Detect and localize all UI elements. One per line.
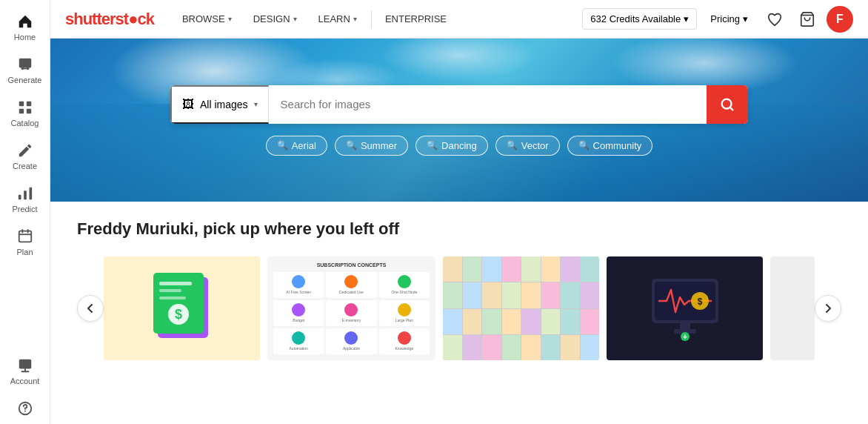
search-bar: 🖼 All images ▾ [170, 85, 748, 124]
sidebar-item-generate-label: Generate [8, 76, 42, 85]
sidebar-item-plan[interactable]: Plan [0, 221, 50, 264]
nav-enterprise[interactable]: ENTERPRISE [375, 0, 458, 39]
tag-dancing-label: Dancing [441, 140, 477, 151]
credits-chevron-icon: ▾ [684, 13, 689, 24]
svg-rect-5 [19, 109, 23, 113]
svg-rect-7 [18, 195, 21, 199]
nav-separator [371, 10, 372, 28]
avatar-initial: F [836, 13, 844, 26]
image-grid: $ SUBSCRIPTION CONCEPTS AI Free Screen D… [104, 254, 815, 363]
tag-summer[interactable]: 🔍 Summer [335, 136, 408, 156]
svg-rect-4 [26, 102, 30, 106]
svg-rect-10 [19, 231, 31, 242]
search-icon [719, 96, 735, 113]
health-illustration: $ + [644, 271, 726, 345]
sub-cell-7: Automation [273, 328, 324, 354]
sidebar-item-home-label: Home [14, 33, 36, 42]
search-type-button[interactable]: 🖼 All images ▾ [170, 85, 269, 124]
sub-cell-4: Budget [273, 300, 324, 326]
create-icon [17, 142, 33, 159]
tag-search-icon-dancing: 🔍 [427, 140, 438, 150]
svg-rect-8 [24, 191, 27, 199]
sidebar-item-generate[interactable]: Generate [0, 49, 50, 92]
sidebar-item-catalog[interactable]: Catalog [0, 92, 50, 135]
tag-search-icon-community: 🔍 [578, 140, 590, 150]
tag-vector-label: Vector [521, 140, 549, 151]
sub-cell-8: Applicable [326, 328, 376, 354]
search-input[interactable] [269, 85, 707, 124]
search-submit-button[interactable] [707, 85, 748, 124]
pricing-chevron-icon: ▾ [743, 13, 748, 24]
sub-cell-2: Dedicated Use [326, 272, 376, 298]
image-card-5[interactable] [770, 256, 815, 360]
tag-aerial[interactable]: 🔍 Aerial [266, 136, 327, 156]
sub-cell-5: E-inventory [326, 300, 376, 326]
plan-icon [17, 228, 33, 245]
content-area: Freddy Muriuki, pick up where you left o… [50, 202, 868, 424]
tag-community[interactable]: 🔍 Community [567, 136, 653, 156]
sidebar-item-catalog-label: Catalog [11, 119, 39, 127]
home-icon [17, 13, 33, 30]
avatar-button[interactable]: F [827, 6, 853, 33]
predict-icon [17, 185, 33, 202]
credits-button[interactable]: 632 Credits Available ▾ [582, 8, 697, 30]
sidebar-item-predict-label: Predict [12, 205, 37, 213]
image-card-3[interactable] [443, 256, 599, 360]
svg-text:$: $ [174, 307, 181, 322]
heart-icon [767, 11, 783, 27]
nav-design[interactable]: DESIGN ▾ [243, 0, 308, 39]
catalog-icon [17, 99, 33, 116]
sidebar-item-predict[interactable]: Predict [0, 178, 50, 221]
svg-text:$: $ [697, 297, 702, 307]
icons-grid [443, 256, 599, 360]
logo[interactable]: shutterst●ck [65, 10, 154, 29]
sidebar-item-create-label: Create [13, 162, 37, 170]
pricing-button[interactable]: Pricing ▾ [703, 9, 755, 29]
pricing-label: Pricing [710, 13, 740, 24]
image-card-4[interactable]: $ + [607, 256, 763, 360]
carousel-next-button[interactable] [815, 295, 841, 322]
topnav: shutterst●ck BROWSE ▾ DESIGN ▾ LEARN ▾ E… [50, 0, 868, 39]
image-card-1[interactable]: $ [104, 256, 260, 360]
subscription-card-title: SUBSCRIPTION CONCEPTS [273, 262, 430, 268]
tag-search-icon-summer: 🔍 [346, 140, 357, 150]
hero-content: 🖼 All images ▾ 🔍 Aerial 🔍 Summer [50, 39, 868, 202]
sidebar-item-help[interactable] [0, 393, 50, 424]
browse-chevron-icon: ▾ [228, 15, 232, 23]
account-icon [17, 357, 33, 374]
credits-label: 632 Credits Available [590, 13, 681, 24]
svg-rect-19 [159, 297, 186, 299]
search-tags: 🔍 Aerial 🔍 Summer 🔍 Dancing 🔍 Vector 🔍 [266, 136, 653, 156]
tag-search-icon-aerial: 🔍 [277, 140, 288, 150]
learn-chevron-icon: ▾ [353, 15, 357, 23]
sidebar: Home Generate Catalog Create Predict Pla… [0, 0, 50, 424]
nav-links: BROWSE ▾ DESIGN ▾ LEARN ▾ ENTERPRISE [172, 0, 582, 39]
sub-cell-9: Knowledge [379, 328, 430, 354]
cart-button[interactable] [794, 6, 821, 33]
section-title: Freddy Muriuki, pick up where you left o… [77, 219, 841, 239]
carousel-prev-button[interactable] [77, 295, 104, 322]
svg-rect-9 [29, 188, 32, 200]
tag-dancing[interactable]: 🔍 Dancing [415, 136, 488, 156]
subscription-grid: AI Free Screen Dedicated Use One-Shot No… [273, 272, 430, 354]
nav-browse[interactable]: BROWSE ▾ [172, 0, 243, 39]
sidebar-item-account[interactable]: Account [0, 350, 50, 393]
sidebar-item-home[interactable]: Home [0, 6, 50, 49]
svg-rect-18 [159, 289, 181, 292]
image-type-icon: 🖼 [182, 98, 194, 111]
image-carousel: $ SUBSCRIPTION CONCEPTS AI Free Screen D… [77, 254, 841, 363]
sidebar-item-create[interactable]: Create [0, 135, 50, 178]
sidebar-item-account-label: Account [10, 377, 40, 385]
tag-aerial-label: Aerial [292, 140, 316, 151]
hero-section: 🖼 All images ▾ 🔍 Aerial 🔍 Summer [50, 39, 868, 202]
prev-arrow-icon [85, 303, 96, 314]
wishlist-button[interactable] [761, 6, 788, 33]
svg-text:+: + [683, 333, 687, 341]
nav-learn[interactable]: LEARN ▾ [308, 0, 368, 39]
svg-point-13 [24, 411, 26, 412]
cart-icon [799, 11, 815, 27]
help-icon [17, 400, 33, 417]
tag-vector[interactable]: 🔍 Vector [495, 136, 560, 156]
image-card-2[interactable]: SUBSCRIPTION CONCEPTS AI Free Screen Ded… [267, 256, 435, 360]
next-arrow-icon [823, 303, 833, 314]
